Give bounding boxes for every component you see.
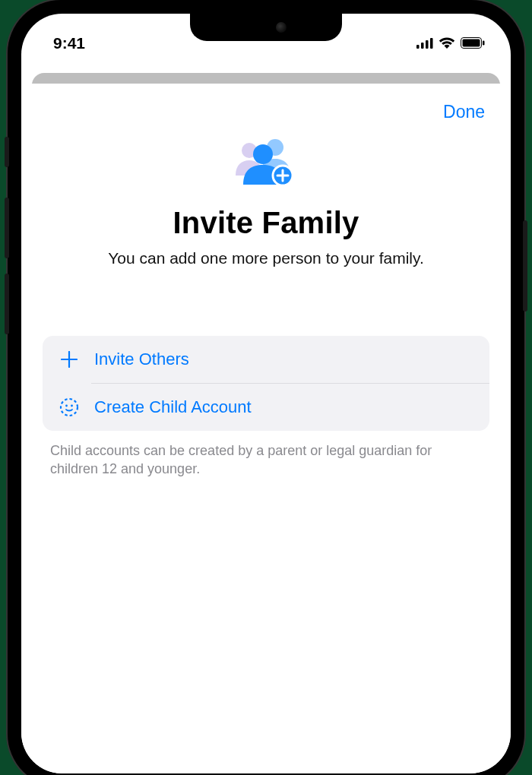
svg-rect-2 <box>426 40 429 49</box>
wifi-icon <box>439 34 455 52</box>
option-list: Invite Others Create Child Account <box>43 336 489 431</box>
battery-icon <box>461 34 485 52</box>
power-button <box>523 220 527 312</box>
svg-rect-0 <box>416 45 420 49</box>
screen: 9:41 <box>21 14 511 773</box>
invite-others-button[interactable]: Invite Others <box>43 336 489 383</box>
front-camera <box>276 22 287 33</box>
child-face-icon <box>59 397 79 417</box>
page-subtitle: You can add one more person to your fami… <box>43 249 489 267</box>
notch <box>190 14 342 41</box>
footnote: Child accounts can be created by a paren… <box>43 431 489 479</box>
page-title: Invite Family <box>43 206 489 240</box>
volume-down <box>5 274 9 334</box>
svg-point-11 <box>61 399 78 416</box>
status-indicators <box>416 34 485 52</box>
svg-rect-1 <box>421 43 424 49</box>
hero-section: Invite Family You can add one more perso… <box>43 130 489 267</box>
create-child-account-button[interactable]: Create Child Account <box>43 384 489 431</box>
invite-others-label: Invite Others <box>94 350 189 369</box>
plus-icon <box>59 350 79 369</box>
svg-rect-6 <box>483 41 485 46</box>
status-time: 9:41 <box>53 34 85 52</box>
svg-rect-3 <box>430 38 433 49</box>
volume-up <box>5 198 9 258</box>
family-add-icon <box>231 138 301 192</box>
modal-sheet: Done <box>21 84 511 773</box>
svg-point-9 <box>253 144 273 164</box>
create-child-label: Create Child Account <box>94 397 252 417</box>
done-button[interactable]: Done <box>443 102 485 122</box>
svg-rect-5 <box>463 40 480 47</box>
sheet-header: Done <box>43 99 489 130</box>
iphone-frame: 9:41 <box>8 0 524 775</box>
svg-point-12 <box>65 405 68 407</box>
svg-point-13 <box>71 405 73 407</box>
cellular-icon <box>416 34 433 52</box>
mute-switch <box>5 137 9 167</box>
